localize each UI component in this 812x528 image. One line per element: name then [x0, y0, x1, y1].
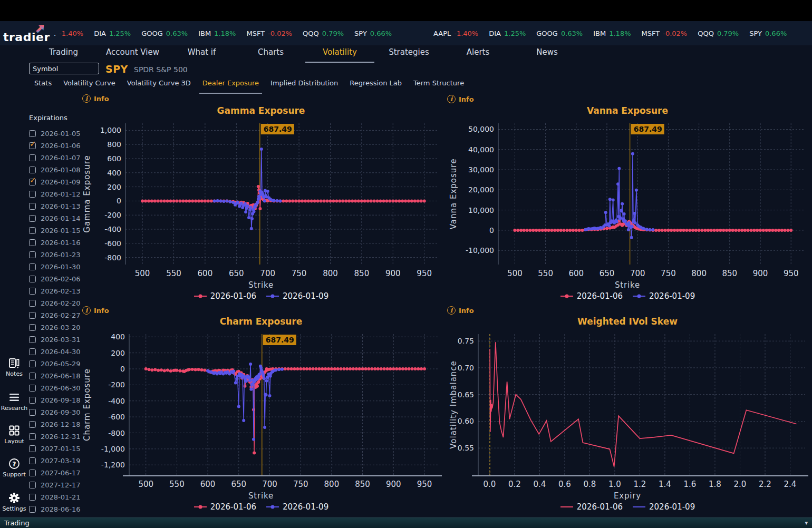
- expiration-checkbox[interactable]: [29, 288, 36, 295]
- legend-item-2026-01-06[interactable]: 2026-01-06: [560, 502, 623, 512]
- ticker-item-dia[interactable]: DIA1.25%: [94, 30, 131, 37]
- vanna-exposure-plot[interactable]: -10,000010,00020,00030,00040,00050,00050…: [446, 119, 809, 278]
- expiration-checkbox[interactable]: [29, 324, 36, 331]
- ticker-item-qqq[interactable]: QQQ0.79%: [698, 30, 739, 37]
- legend-marker-icon: [194, 504, 207, 510]
- ticker-item-msft[interactable]: MSFT-0.02%: [246, 30, 292, 37]
- ticker-symbol: DIA: [94, 30, 106, 37]
- ticker-symbol: IBM: [198, 30, 211, 37]
- expiration-checkbox[interactable]: [29, 421, 36, 428]
- expiration-checkbox[interactable]: [29, 300, 36, 307]
- notes-icon: [0, 357, 28, 369]
- ticker-item-goog[interactable]: GOOG0.63%: [141, 30, 188, 37]
- support-icon: ?: [0, 458, 28, 470]
- legend-item-2026-01-09[interactable]: 2026-01-09: [632, 291, 695, 301]
- ticker-item-ibm[interactable]: IBM1.18%: [593, 30, 631, 37]
- expiration-checkbox[interactable]: [29, 312, 36, 319]
- nav-tab-alerts[interactable]: Alerts: [443, 45, 513, 62]
- expiration-checkbox[interactable]: [29, 457, 36, 464]
- ticker-item-msft[interactable]: MSFT-0.02%: [642, 30, 688, 37]
- ticker-item-qqq[interactable]: QQQ0.79%: [303, 30, 344, 37]
- legend-item-2026-01-06[interactable]: 2026-01-06: [194, 502, 256, 512]
- nav-tab-volatility[interactable]: Volatility: [305, 45, 374, 62]
- legend-marker-icon: [266, 294, 279, 299]
- subtab-implied-distribution[interactable]: Implied Distribution: [270, 79, 338, 91]
- nav-tab-news[interactable]: News: [513, 45, 582, 62]
- expiration-checkbox[interactable]: [29, 360, 36, 367]
- info-button-vanna[interactable]: i Info: [447, 95, 474, 103]
- expiration-checkbox[interactable]: [29, 227, 36, 234]
- expiration-checkbox[interactable]: [29, 167, 36, 173]
- expiration-checkbox[interactable]: [29, 397, 36, 404]
- expiration-checkbox[interactable]: [29, 203, 36, 210]
- subtab-dealer-exposure[interactable]: Dealer Exposure: [202, 79, 259, 91]
- svg-text:850: 850: [722, 269, 738, 278]
- subtab-volatility-curve-3d[interactable]: Volatility Curve 3D: [127, 79, 191, 91]
- gamma-exposure-title: Gamma Exposure: [79, 105, 443, 116]
- expiration-checkbox[interactable]: [29, 470, 36, 476]
- expiration-checkbox[interactable]: [29, 130, 36, 137]
- expiration-checkbox[interactable]: ✓: [29, 179, 36, 185]
- expiration-checkbox[interactable]: [29, 191, 36, 198]
- expiration-checkbox[interactable]: [29, 276, 36, 282]
- ticker-item-spy[interactable]: SPY0.66%: [354, 30, 392, 37]
- tradier-logo[interactable]: tradier: [3, 26, 52, 44]
- legend-label: 2026-01-06: [210, 291, 256, 301]
- expiration-checkbox[interactable]: [29, 336, 36, 343]
- nav-tab-trading[interactable]: Trading: [29, 45, 98, 62]
- expiration-checkbox[interactable]: [29, 348, 36, 355]
- svg-text:0: 0: [120, 365, 125, 373]
- nav-tab-account-view[interactable]: Account View: [98, 45, 167, 62]
- gamma-exposure-plot[interactable]: -800-600-400-20002004006008001,000500550…: [79, 119, 443, 278]
- rail-notes-button[interactable]: Notes: [0, 357, 28, 377]
- expiration-checkbox[interactable]: [29, 251, 36, 258]
- weighted-ivol-skew-plot[interactable]: 0.550.600.650.700.750.00.20.40.60.81.01.…: [446, 330, 809, 489]
- expiration-checkbox[interactable]: [29, 433, 36, 440]
- expiration-checkbox[interactable]: [29, 385, 36, 392]
- workspace-caret-icon[interactable]: ▾: [805, 520, 808, 526]
- ticker-item-ibm[interactable]: IBM1.18%: [198, 30, 236, 37]
- info-button-gamma[interactable]: i Info: [82, 94, 109, 103]
- expiration-checkbox[interactable]: [29, 494, 36, 501]
- nav-tab-what-if[interactable]: What if: [167, 45, 236, 62]
- subtab-regression-lab[interactable]: Regression Lab: [350, 79, 402, 91]
- legend-item-2026-01-06[interactable]: 2026-01-06: [194, 291, 256, 301]
- rail-layout-button[interactable]: Layout: [0, 425, 28, 445]
- rail-support-button[interactable]: ? Support: [0, 458, 28, 478]
- ticker-item-goog[interactable]: GOOG0.63%: [536, 30, 583, 37]
- legend-item-2026-01-09[interactable]: 2026-01-09: [266, 291, 328, 301]
- legend-item-2026-01-06[interactable]: 2026-01-06: [560, 291, 623, 301]
- nav-tab-strategies[interactable]: Strategies: [374, 45, 443, 62]
- expiration-checkbox[interactable]: [29, 409, 36, 416]
- symbol-input[interactable]: [29, 63, 99, 74]
- legend-item-2026-01-09[interactable]: 2026-01-09: [266, 502, 328, 512]
- ticker-item-spy[interactable]: SPY0.66%: [749, 30, 787, 37]
- expiration-checkbox[interactable]: ✓: [29, 142, 36, 149]
- svg-text:600: 600: [107, 154, 121, 163]
- expiration-checkbox[interactable]: [29, 154, 36, 161]
- expiration-checkbox[interactable]: [29, 445, 36, 452]
- expiration-checkbox[interactable]: [29, 215, 36, 222]
- subtab-stats[interactable]: Stats: [34, 79, 52, 91]
- subtab-term-structure[interactable]: Term Structure: [413, 79, 464, 91]
- svg-text:0.6: 0.6: [558, 480, 571, 489]
- nav-tab-charts[interactable]: Charts: [236, 45, 305, 62]
- charm-exposure-plot[interactable]: -1,200-1,000-800-600-400-200020040050055…: [79, 330, 443, 489]
- bottom-workspace-selector[interactable]: Trading ▾: [0, 517, 812, 528]
- expiration-checkbox[interactable]: [29, 263, 36, 270]
- expiration-checkbox[interactable]: [29, 373, 36, 379]
- ticker-item-aapl[interactable]: AAPL-1.40%: [433, 30, 478, 37]
- svg-text:-600: -600: [108, 413, 125, 421]
- expiration-checkbox[interactable]: [29, 506, 36, 513]
- rail-settings-button[interactable]: Settings: [0, 492, 28, 512]
- svg-text:400: 400: [107, 169, 121, 177]
- svg-text:40,000: 40,000: [468, 145, 494, 154]
- legend-item-2026-01-09[interactable]: 2026-01-09: [632, 502, 695, 512]
- rail-research-button[interactable]: Research: [0, 392, 28, 412]
- expiration-checkbox[interactable]: [29, 239, 36, 246]
- expiration-checkbox[interactable]: [29, 482, 36, 488]
- svg-text:750: 750: [293, 480, 308, 489]
- ticker-item--[interactable]: .-1.40%: [54, 30, 83, 37]
- subtab-volatility-curve[interactable]: Volatility Curve: [63, 79, 115, 91]
- ticker-item-dia[interactable]: DIA1.25%: [489, 30, 526, 37]
